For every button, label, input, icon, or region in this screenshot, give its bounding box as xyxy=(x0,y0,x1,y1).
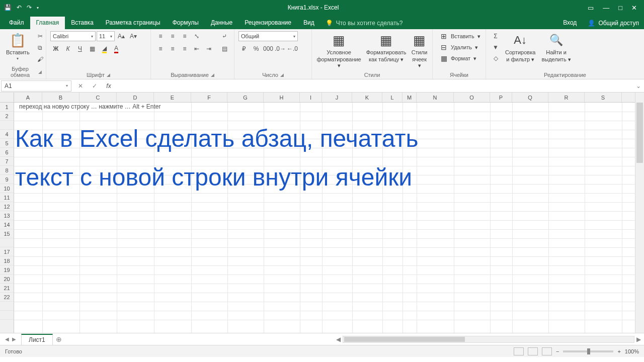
decrease-indent-button[interactable]: ⇤ xyxy=(191,44,202,54)
column-header[interactable]: B xyxy=(42,93,79,102)
tab-file[interactable]: Файл xyxy=(3,17,30,29)
delete-cells-button[interactable]: ⊟Удалить ▾ xyxy=(437,42,484,52)
column-header[interactable]: J xyxy=(322,93,352,102)
row-header[interactable]: 17 xyxy=(0,247,14,256)
sort-filter-button[interactable]: A↓ Сортировка и фильтр ▾ xyxy=(503,31,537,64)
autosum-button[interactable]: Σ xyxy=(490,31,501,41)
format-cells-button[interactable]: ▦Формат ▾ xyxy=(437,53,484,63)
sheet-nav[interactable]: ◀▶ xyxy=(0,336,21,342)
redo-icon[interactable]: ↷ xyxy=(27,4,32,11)
row-header[interactable]: 21 xyxy=(0,284,14,293)
row-header[interactable]: 10 xyxy=(0,184,14,193)
row-header[interactable]: 15 xyxy=(0,229,14,238)
tab-home[interactable]: Главная xyxy=(30,17,65,29)
spreadsheet-grid[interactable]: ABCDEFGHIJKLMNOPQRS 12456789101112131415… xyxy=(0,93,644,333)
row-header[interactable]: 14 xyxy=(0,220,14,229)
column-header[interactable]: O xyxy=(454,93,490,102)
name-box[interactable]: A1 ▾ xyxy=(1,80,71,92)
horizontal-scroll-thumb[interactable] xyxy=(344,337,465,342)
row-header[interactable]: 7 xyxy=(0,157,14,166)
view-normal-button[interactable] xyxy=(514,347,524,355)
tab-review[interactable]: Рецензирование xyxy=(238,17,297,29)
orientation-button[interactable]: ⤡ xyxy=(191,31,202,41)
zoom-in-button[interactable]: + xyxy=(617,348,620,354)
column-header[interactable]: S xyxy=(585,93,622,102)
wrap-text-button[interactable]: ⤶ xyxy=(217,31,231,41)
zoom-slider-knob[interactable] xyxy=(587,348,590,354)
column-header[interactable]: A xyxy=(14,93,42,102)
row-header[interactable]: 1 xyxy=(0,103,14,112)
italic-button[interactable]: К xyxy=(62,44,73,54)
column-header[interactable]: D xyxy=(117,93,154,102)
alignment-launcher-icon[interactable]: ◢ xyxy=(211,72,214,77)
save-icon[interactable]: 💾 xyxy=(4,4,12,11)
column-header[interactable]: G xyxy=(227,93,264,102)
fill-button[interactable]: ▼ xyxy=(490,42,501,52)
accounting-button[interactable]: ₽ xyxy=(238,44,250,54)
column-header[interactable]: P xyxy=(490,93,512,102)
cell-styles-button[interactable]: ▦ Стили ячеек ▾ xyxy=(410,31,430,70)
vertical-scroll-thumb[interactable] xyxy=(636,103,643,163)
align-bottom-button[interactable]: ≡ xyxy=(179,31,190,41)
column-header[interactable]: L xyxy=(382,93,403,102)
column-header[interactable]: C xyxy=(79,93,117,102)
prev-sheet-icon[interactable]: ◀ xyxy=(5,336,9,342)
find-select-button[interactable]: 🔍 Найти и выделить ▾ xyxy=(539,31,573,64)
format-painter-button[interactable]: 🖌 xyxy=(35,54,46,64)
row-header[interactable] xyxy=(0,121,14,130)
row-header[interactable]: 22 xyxy=(0,293,14,302)
expand-formula-bar-button[interactable]: ⌄ xyxy=(633,82,644,89)
share-button[interactable]: 👤 Общий доступ xyxy=(583,17,644,29)
column-header[interactable]: E xyxy=(154,93,191,102)
font-color-button[interactable]: A xyxy=(111,44,122,54)
paste-button[interactable]: 📋 Вставить ▾ xyxy=(4,31,32,62)
row-header[interactable]: 11 xyxy=(0,193,14,202)
row-header[interactable] xyxy=(0,238,14,247)
increase-indent-button[interactable]: ⇥ xyxy=(203,44,214,54)
next-sheet-icon[interactable]: ▶ xyxy=(12,336,16,342)
grow-font-button[interactable]: A▴ xyxy=(116,31,127,41)
bold-button[interactable]: Ж xyxy=(50,44,61,54)
ribbon-options-icon[interactable]: ▭ xyxy=(588,4,594,12)
underline-button[interactable]: Ч xyxy=(74,44,86,54)
column-header[interactable]: M xyxy=(403,93,417,102)
maximize-icon[interactable]: □ xyxy=(618,4,622,12)
add-sheet-button[interactable]: ⊕ xyxy=(53,335,65,343)
insert-cells-button[interactable]: ⊞Вставить ▾ xyxy=(437,31,484,41)
row-header[interactable]: 13 xyxy=(0,211,14,220)
row-header[interactable]: 8 xyxy=(0,166,14,175)
tell-me[interactable]: 💡 Что вы хотите сделать? xyxy=(320,17,408,29)
comma-button[interactable]: 000 xyxy=(263,44,274,54)
row-header[interactable]: 6 xyxy=(0,148,14,157)
zoom-value[interactable]: 100% xyxy=(625,348,639,354)
column-header[interactable]: R xyxy=(548,93,585,102)
cancel-formula-button[interactable]: ✕ xyxy=(73,82,88,89)
percent-button[interactable]: % xyxy=(251,44,262,54)
close-icon[interactable]: ✕ xyxy=(631,4,637,12)
horizontal-scrollbar[interactable] xyxy=(343,336,634,343)
clipboard-launcher-icon[interactable]: ◢ xyxy=(38,69,42,74)
font-size-select[interactable]: 11▾ xyxy=(97,31,115,41)
align-center-button[interactable]: ≡ xyxy=(167,44,178,54)
row-header[interactable]: 5 xyxy=(0,139,14,148)
tab-page-layout[interactable]: Разметка страницы xyxy=(100,17,167,29)
zoom-slider[interactable] xyxy=(563,350,613,352)
cut-button[interactable]: ✂ xyxy=(35,31,46,41)
hscroll-right-icon[interactable]: ▶ xyxy=(636,336,641,343)
cells-area[interactable]: переход на новую строку … нажмите … Alt … xyxy=(14,103,635,333)
column-header[interactable]: I xyxy=(300,93,322,102)
vertical-scrollbar[interactable] xyxy=(635,93,644,333)
row-header[interactable]: 4 xyxy=(0,130,14,139)
clear-button[interactable]: ◇ xyxy=(490,53,501,63)
row-header[interactable]: 2 xyxy=(0,112,14,121)
row-header[interactable]: 12 xyxy=(0,202,14,211)
column-headers[interactable]: ABCDEFGHIJKLMNOPQRS xyxy=(14,93,635,103)
font-name-select[interactable]: Calibri▾ xyxy=(50,31,96,41)
align-right-button[interactable]: ≡ xyxy=(179,44,190,54)
font-launcher-icon[interactable]: ◢ xyxy=(107,72,110,77)
view-page-layout-button[interactable] xyxy=(528,347,538,355)
signin-button[interactable]: Вход xyxy=(557,17,583,29)
column-header[interactable]: Q xyxy=(512,93,548,102)
enter-formula-button[interactable]: ✓ xyxy=(88,82,102,89)
row-header[interactable]: 18 xyxy=(0,256,14,265)
